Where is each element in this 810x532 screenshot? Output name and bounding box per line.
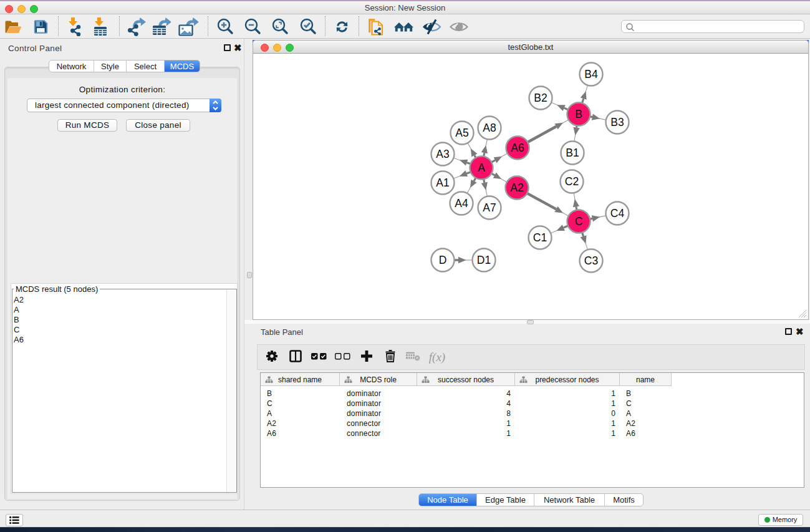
svg-text:A5: A5: [455, 127, 468, 139]
svg-text:A7: A7: [483, 201, 496, 214]
svg-text:A2: A2: [510, 181, 523, 194]
svg-text:B1: B1: [566, 147, 579, 159]
svg-text:A6: A6: [511, 142, 524, 154]
svg-text:D1: D1: [477, 254, 491, 266]
svg-text:B2: B2: [534, 92, 547, 104]
svg-text:A8: A8: [483, 122, 496, 134]
svg-text:C2: C2: [565, 175, 579, 188]
svg-text:A1: A1: [436, 177, 449, 189]
svg-text:C: C: [575, 215, 583, 228]
svg-text:B: B: [575, 108, 582, 120]
svg-text:D: D: [439, 254, 447, 266]
svg-text:C1: C1: [533, 231, 547, 244]
svg-text:B3: B3: [610, 116, 624, 128]
svg-text:A3: A3: [436, 148, 449, 160]
svg-text:C4: C4: [610, 207, 625, 220]
svg-text:C3: C3: [584, 254, 598, 267]
svg-text:B4: B4: [584, 68, 598, 80]
svg-text:A4: A4: [455, 197, 468, 210]
svg-text:A: A: [478, 162, 485, 174]
